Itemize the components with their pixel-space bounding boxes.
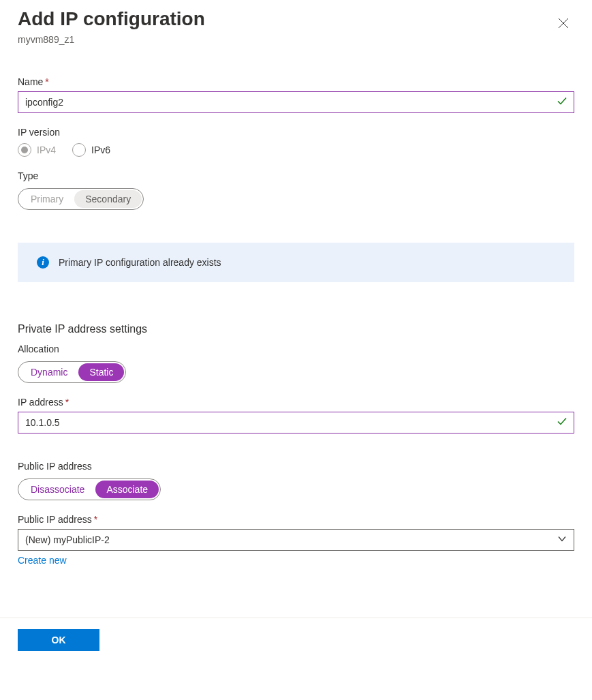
allocation-static-button[interactable]: Static: [78, 363, 124, 381]
name-label: Name*: [18, 76, 574, 87]
associate-button[interactable]: Associate: [95, 481, 159, 498]
ip-address-input[interactable]: [18, 412, 574, 433]
allocation-label: Allocation: [18, 344, 574, 354]
allocation-dynamic-button[interactable]: Dynamic: [20, 363, 78, 381]
ip-version-label: IP version: [18, 127, 574, 138]
ipv6-radio[interactable]: IPv6: [72, 143, 110, 157]
chevron-down-icon: [557, 534, 567, 546]
close-button[interactable]: [552, 12, 574, 36]
ipv4-radio[interactable]: IPv4: [18, 143, 56, 157]
public-ip-selected-value: (New) myPublicIP-2: [25, 534, 110, 545]
type-secondary-button: Secondary: [74, 190, 142, 208]
check-icon: [557, 416, 567, 429]
disassociate-button[interactable]: Disassociate: [20, 481, 95, 498]
ok-button[interactable]: OK: [18, 629, 99, 651]
public-ip-toggle: Disassociate Associate: [18, 478, 161, 500]
public-ip-label: Public IP address: [18, 461, 574, 472]
check-icon: [557, 96, 567, 109]
info-message-text: Primary IP configuration already exists: [59, 257, 221, 268]
name-input[interactable]: [18, 91, 574, 113]
info-icon: i: [37, 256, 49, 269]
public-ip-dropdown[interactable]: (New) myPublicIP-2: [18, 529, 574, 551]
close-icon: [558, 20, 569, 31]
private-ip-heading: Private IP address settings: [18, 323, 574, 335]
public-ip-address-label: Public IP address*: [18, 514, 574, 525]
allocation-toggle: Dynamic Static: [18, 361, 126, 383]
page-title: Add IP configuration: [18, 7, 205, 31]
type-label: Type: [18, 170, 574, 181]
create-new-link[interactable]: Create new: [18, 555, 67, 566]
type-toggle: Primary Secondary: [18, 188, 144, 210]
radio-unselected-icon: [72, 143, 86, 157]
info-message-box: i Primary IP configuration already exist…: [18, 243, 574, 282]
radio-selected-icon: [18, 143, 31, 157]
type-primary-button: Primary: [20, 190, 74, 208]
ip-address-label: IP address*: [18, 397, 574, 408]
page-subtitle: myvm889_z1: [18, 34, 205, 45]
